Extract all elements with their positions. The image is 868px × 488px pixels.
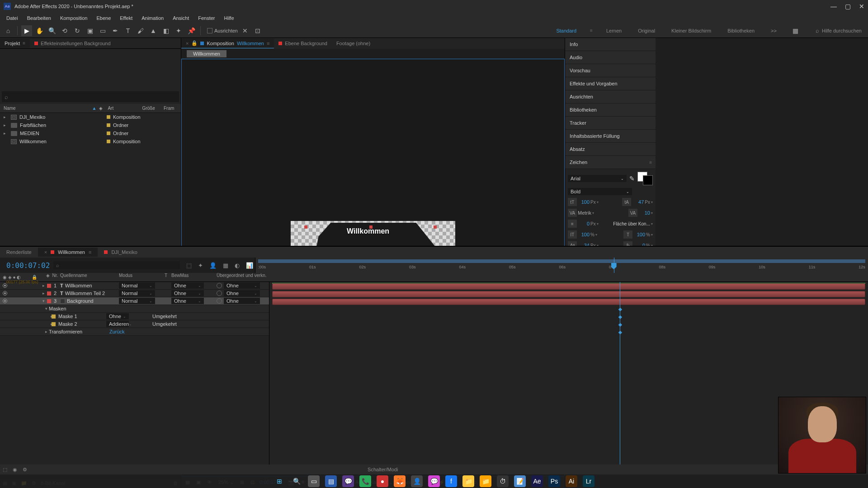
- workspace-standard[interactable]: Standard: [553, 26, 579, 35]
- project-item[interactable]: ▸WillkommenKomposition: [0, 137, 181, 145]
- parent-select[interactable]: Ohne⌄: [224, 282, 260, 289]
- taskbar-app[interactable]: 📝: [514, 475, 526, 487]
- rotate-tool[interactable]: ↻: [72, 25, 83, 36]
- frame-blend-toggle[interactable]: ▦: [223, 262, 228, 269]
- snap-grid-tool[interactable]: ⊡: [252, 25, 263, 36]
- orbit-tool[interactable]: ⟲: [59, 25, 70, 36]
- menu-ebene[interactable]: Ebene: [93, 14, 114, 22]
- time-ruler[interactable]: :00s01s02s03s04s05s06s07s08s09s10s11s12s: [255, 258, 868, 273]
- parent-select[interactable]: Ohne⌄: [224, 298, 260, 304]
- keyframe-marker[interactable]: [618, 323, 622, 327]
- current-time[interactable]: 0:00:07:02: [0, 261, 52, 270]
- rect-tool[interactable]: ▭: [97, 25, 108, 36]
- workspace-menu-icon[interactable]: ≡: [590, 28, 593, 33]
- masks-group[interactable]: ▾ Masken: [0, 305, 269, 313]
- panel-ausrichten[interactable]: Ausrichten: [565, 90, 656, 103]
- mask-vertex[interactable]: [434, 225, 437, 229]
- twirl-icon[interactable]: ▸: [41, 329, 46, 334]
- invert-label[interactable]: Umgekehrt: [150, 314, 177, 319]
- blend-mode-select[interactable]: Normal⌄: [119, 298, 155, 304]
- mask-name[interactable]: Maske 2: [58, 321, 77, 327]
- taskbar-facebook[interactable]: f: [445, 475, 457, 487]
- puppet-tool[interactable]: 📌: [186, 25, 197, 36]
- taskbar-app[interactable]: ▤: [325, 475, 337, 487]
- snap-tool[interactable]: ✕: [240, 25, 250, 36]
- trkmat-select[interactable]: Ohne⌄: [171, 282, 204, 289]
- trkmat-select[interactable]: Ohne⌄: [171, 298, 204, 304]
- graph-editor-toggle[interactable]: 📊: [246, 262, 253, 269]
- workspace-original[interactable]: Original: [635, 26, 658, 35]
- stroke-width-input[interactable]: ≡0Px▾: [568, 220, 599, 228]
- layer-row[interactable]: ▸ 1 TWillkommen Normal⌄ Ohne⌄ Ohne⌄: [0, 282, 269, 290]
- color-swatch[interactable]: [637, 172, 653, 185]
- menu-datei[interactable]: Datei: [3, 14, 22, 22]
- toggle-switches-icon[interactable]: ⬚: [3, 467, 7, 473]
- kerning-input[interactable]: VAMetrik▾: [568, 209, 594, 217]
- minimize-button[interactable]: —: [830, 3, 837, 10]
- font-family-select[interactable]: Arial⌄: [568, 175, 627, 182]
- menu-hilfe[interactable]: Hilfe: [221, 14, 238, 22]
- layer-name[interactable]: Background: [58, 298, 117, 304]
- maximize-button[interactable]: ▢: [845, 3, 851, 10]
- eye-icon[interactable]: [3, 283, 7, 288]
- pickwhip-icon[interactable]: [217, 291, 222, 296]
- twirl-icon[interactable]: ▸: [41, 291, 46, 296]
- twirl-icon[interactable]: ▸: [41, 314, 51, 319]
- taskbar-explorer[interactable]: 📁: [462, 475, 474, 487]
- stamp-tool[interactable]: ▲: [148, 25, 159, 36]
- eraser-tool[interactable]: ◧: [160, 25, 171, 36]
- taskbar-app[interactable]: ●: [377, 475, 388, 487]
- col-tag[interactable]: ◈: [99, 106, 108, 111]
- col-art[interactable]: Art: [108, 106, 142, 111]
- layer-row[interactable]: ▸ 2 TWillkommen Teil 2 Normal⌄ Ohne⌄ Ohn…: [0, 290, 269, 297]
- workspace-klein[interactable]: Kleiner Bildschirm: [669, 26, 714, 35]
- title-text-layer[interactable]: Willkommen: [347, 227, 389, 235]
- pickwhip-icon[interactable]: [217, 283, 222, 288]
- taskbar-whatsapp[interactable]: 📞: [359, 475, 371, 487]
- menu-fenster[interactable]: Fenster: [194, 14, 218, 22]
- menu-animation[interactable]: Animation: [138, 14, 167, 22]
- mask-vertex[interactable]: [304, 225, 307, 229]
- mask-mode-select[interactable]: Addieren⌄: [106, 321, 129, 327]
- menu-bearbeiten[interactable]: Bearbeiten: [24, 14, 55, 22]
- col-fram[interactable]: Fram: [164, 106, 181, 111]
- project-tab[interactable]: Projekt≡: [0, 39, 30, 48]
- mask-name[interactable]: Maske 1: [58, 314, 77, 319]
- taskbar-messenger[interactable]: 💬: [428, 475, 440, 487]
- timeline-tab-dji[interactable]: DJI_Mexiko: [98, 248, 143, 257]
- taskbar-aftereffects[interactable]: Ae: [531, 475, 543, 487]
- taskbar-obs[interactable]: ⏱: [497, 475, 509, 487]
- taskbar-app[interactable]: 📁: [480, 475, 491, 487]
- fill-option-select[interactable]: Fläche über Kon...▾: [613, 221, 653, 226]
- timeline-tab-willkommen[interactable]: ×Willkommen≡: [38, 248, 98, 257]
- keyframe-marker[interactable]: [618, 315, 622, 319]
- toggle-brain-icon[interactable]: ⚙: [23, 467, 27, 473]
- vscale-input[interactable]: IT100%▾: [568, 230, 597, 239]
- taskbar-app[interactable]: 💬: [342, 475, 354, 487]
- keyframe-marker[interactable]: [618, 308, 622, 311]
- brush-tool[interactable]: 🖌: [135, 25, 146, 36]
- footage-viewer-tab[interactable]: Footage (ohne): [332, 39, 375, 48]
- taskbar-firefox[interactable]: 🦊: [394, 475, 406, 487]
- taskbar-illustrator[interactable]: Ai: [566, 475, 577, 487]
- panel-info[interactable]: Info: [565, 38, 656, 51]
- label-color[interactable]: [47, 299, 51, 303]
- comp-mini-flowchart[interactable]: ⬚: [186, 262, 192, 269]
- hand-tool[interactable]: ✋: [34, 25, 45, 36]
- draft-3d-toggle[interactable]: ✦: [198, 262, 203, 269]
- panel-zeichen-header[interactable]: Zeichen≡: [565, 156, 656, 169]
- search-button[interactable]: 🔍: [291, 475, 302, 487]
- project-item[interactable]: ▸FarbflächenOrdner: [0, 121, 181, 129]
- col-quellenname[interactable]: Quellenname: [58, 273, 117, 282]
- align-toggle[interactable]: Ausrichten: [207, 28, 238, 33]
- eye-icon[interactable]: [3, 299, 7, 303]
- layer-name[interactable]: TWillkommen Teil 2: [58, 291, 117, 296]
- mask-vertex[interactable]: [369, 225, 373, 229]
- tracking-input[interactable]: VA10▾: [628, 209, 653, 217]
- panel-tracker[interactable]: Tracker: [565, 117, 656, 130]
- selection-tool[interactable]: ▶: [21, 25, 32, 36]
- pen-tool[interactable]: ✒: [110, 25, 121, 36]
- menu-effekt[interactable]: Effekt: [116, 14, 136, 22]
- mask-color[interactable]: [52, 322, 56, 326]
- layer-viewer-tab[interactable]: Ebene Background: [274, 39, 332, 48]
